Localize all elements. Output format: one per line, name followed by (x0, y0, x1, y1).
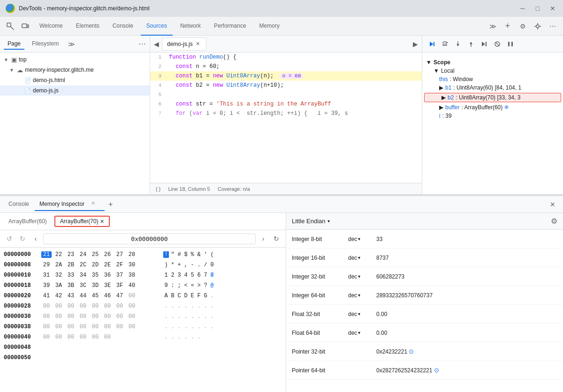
resume-button[interactable] (426, 38, 437, 50)
hex-byte[interactable]: 00 (114, 303, 125, 309)
ascii-char[interactable]: B (170, 293, 175, 299)
device-toolbar-button[interactable] (19, 20, 32, 33)
hex-byte[interactable]: 00 (53, 334, 64, 340)
tree-item-origin[interactable]: ▼ ☁ memory-inspector.glitch.me (0, 65, 150, 75)
hex-byte[interactable]: 21 (41, 251, 52, 258)
ascii-char[interactable]: . (163, 324, 169, 330)
ascii-char[interactable]: D (183, 293, 189, 299)
hex-byte[interactable]: 3D (90, 282, 100, 289)
step-button[interactable] (479, 38, 490, 50)
hex-byte[interactable]: 22 (53, 251, 64, 258)
tab-memory[interactable]: Memory (254, 17, 285, 36)
hex-byte[interactable]: 41 (41, 293, 52, 299)
scope-header[interactable]: ▼ Scope (422, 58, 563, 67)
hex-byte[interactable]: 00 (90, 303, 100, 309)
ascii-char[interactable]: " (170, 251, 175, 258)
hex-byte[interactable]: 3C (78, 282, 88, 289)
hex-byte[interactable]: 00 (66, 334, 76, 340)
hex-byte[interactable]: 00 (78, 334, 88, 340)
tree-item-top[interactable]: ▼ ▣ top (0, 54, 150, 65)
hex-byte[interactable]: 2B (66, 262, 76, 268)
ascii-char[interactable]: ; (176, 282, 182, 289)
ascii-char[interactable]: . (176, 313, 182, 320)
ascii-char[interactable]: . (209, 293, 215, 299)
hex-byte[interactable]: 3E (102, 282, 113, 289)
more-tabs-button[interactable]: ≫ (486, 20, 499, 33)
hex-byte[interactable]: 00 (127, 324, 137, 330)
deactivate-breakpoints-button[interactable] (492, 38, 503, 50)
hex-byte[interactable]: 27 (114, 251, 125, 258)
hex-byte[interactable]: 40 (127, 282, 137, 289)
network-conditions-button[interactable] (531, 20, 544, 33)
ascii-char[interactable]: . (176, 334, 182, 340)
maximize-button[interactable]: □ (533, 5, 542, 12)
memory-inspector-close-button[interactable]: ✕ (86, 197, 100, 211)
close-bottom-panel-button[interactable]: ✕ (546, 201, 559, 208)
tree-item-js[interactable]: 📄 demo-js.js (0, 85, 150, 96)
hex-byte[interactable]: 00 (102, 334, 113, 340)
tab-welcome[interactable]: Welcome (34, 17, 68, 36)
hex-byte[interactable]: 39 (41, 282, 52, 289)
endian-select[interactable]: Little Endian ▾ (292, 218, 330, 225)
encoding-select[interactable]: dec ▾ (348, 236, 376, 242)
ascii-char[interactable]: . (209, 303, 215, 309)
ascii-char[interactable]: E (190, 293, 195, 299)
ascii-char[interactable]: . (203, 303, 208, 309)
hex-byte[interactable]: 00 (90, 313, 100, 320)
refresh-button[interactable]: ↻ (271, 233, 282, 244)
hex-byte[interactable]: 32 (53, 272, 64, 279)
ascii-char[interactable]: . (196, 334, 202, 340)
ascii-char[interactable]: . (170, 313, 175, 320)
encoding-select[interactable]: dec ▾ (348, 292, 376, 299)
more-panel-tabs-button[interactable]: ≫ (66, 40, 77, 48)
settings-icon[interactable]: ⚙ (551, 217, 557, 226)
inspect-element-button[interactable] (4, 20, 17, 33)
hex-byte[interactable]: 28 (127, 251, 137, 258)
tab-network[interactable]: Network (175, 17, 206, 36)
ascii-char[interactable]: . (183, 313, 189, 320)
hex-byte[interactable]: 30 (127, 262, 137, 268)
source-tab-forward-button[interactable]: ▶ (411, 38, 420, 50)
ascii-char[interactable]: 6 (196, 272, 202, 279)
scope-local-header[interactable]: ▼ Local (422, 67, 563, 75)
hex-byte[interactable]: 00 (41, 334, 52, 340)
step-over-button[interactable] (439, 38, 450, 50)
hex-byte[interactable]: 00 (78, 303, 88, 309)
hex-byte[interactable]: 00 (114, 313, 125, 320)
ascii-char[interactable]: - (190, 262, 195, 268)
ascii-char[interactable]: ( (209, 251, 215, 258)
ascii-char[interactable]: . (196, 303, 202, 309)
undo-button[interactable]: ↺ (4, 233, 15, 244)
hex-byte[interactable]: 00 (66, 313, 76, 320)
redo-button[interactable]: ↻ (17, 233, 28, 244)
hex-byte[interactable]: 00 (66, 303, 76, 309)
hex-byte[interactable]: 46 (102, 293, 113, 299)
navigate-pointer-icon[interactable]: ⊙ (409, 348, 414, 355)
ascii-char[interactable]: . (170, 324, 175, 330)
ascii-char[interactable]: 4 (183, 272, 189, 279)
hex-byte[interactable]: 2E (102, 262, 113, 268)
ascii-char[interactable]: . (176, 324, 182, 330)
step-into-button[interactable] (452, 38, 464, 50)
hex-byte[interactable]: 00 (66, 324, 76, 330)
ascii-char[interactable]: 5 (190, 272, 195, 279)
ascii-char[interactable]: . (176, 303, 182, 309)
ascii-char[interactable]: . (209, 324, 215, 330)
scope-item-buffer[interactable]: ▶ buffer: ArrayBuffer(60)⊕ (422, 103, 563, 112)
add-tab-button[interactable]: + (501, 20, 514, 33)
ascii-char[interactable]: 3 (176, 272, 182, 279)
dont-pause-button[interactable] (505, 38, 516, 50)
hex-byte[interactable]: 47 (114, 293, 125, 299)
ascii-char[interactable]: . (163, 313, 169, 320)
hex-byte[interactable]: 37 (114, 272, 125, 279)
ascii-char[interactable]: A (163, 293, 169, 299)
encoding-select[interactable]: dec ▾ (348, 273, 376, 280)
tab-sources[interactable]: Sources (141, 17, 173, 36)
ascii-char[interactable]: # (176, 251, 182, 258)
ascii-char[interactable]: 7 (203, 272, 208, 279)
ascii-char[interactable]: ! (163, 251, 169, 258)
ascii-char[interactable]: . (190, 313, 195, 320)
source-tab-close-button[interactable]: ✕ (195, 41, 201, 47)
navigate-pointer-icon[interactable]: ⊙ (434, 367, 439, 374)
ascii-char[interactable]: + (176, 262, 182, 268)
